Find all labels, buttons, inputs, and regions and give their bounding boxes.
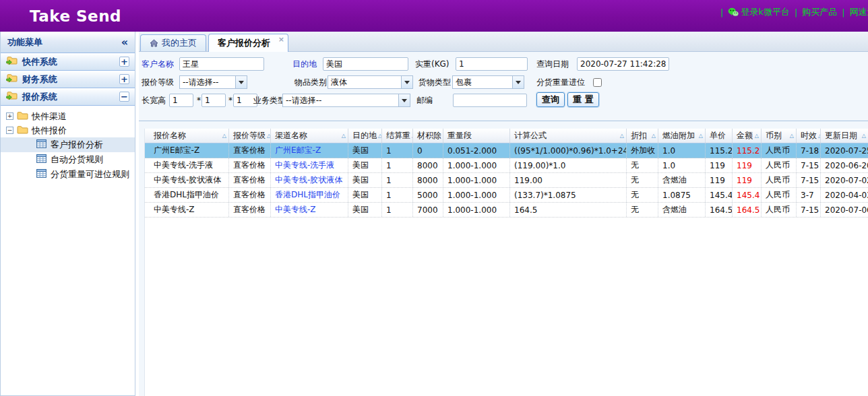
actual-weight-field[interactable] (456, 57, 528, 71)
column-header-9[interactable]: 折扣△ (627, 129, 658, 143)
table-row-5[interactable]: 中美专线-Z直客价格中美专线-Z美国170001.000-1.000164.5无… (145, 203, 868, 218)
table-cell: 1.000-1.000 (443, 203, 510, 217)
column-header-label: 金额 (737, 130, 753, 141)
sidebar-section-1[interactable]: 快件系统+ (1, 53, 135, 71)
actual-weight-label: 实重(KG) (415, 57, 450, 71)
table-cell: 164.5 (510, 203, 627, 217)
column-header-12[interactable]: 金额△ (733, 129, 762, 143)
tab-2[interactable]: 客户报价分析× (208, 34, 288, 52)
business-type-select[interactable]: --请选择-- (282, 94, 410, 107)
dim-length-field[interactable] (169, 94, 193, 107)
customer-name-field[interactable] (179, 57, 264, 71)
top-link-1[interactable]: 登录k微平台 (728, 6, 790, 18)
wechat-icon (728, 7, 739, 17)
separator: | (720, 7, 723, 18)
tree-expand-icon[interactable]: + (6, 112, 13, 120)
quote-grade-value: --请选择-- (180, 77, 235, 88)
column-header-4[interactable]: 目的地△ (348, 129, 382, 143)
tab-1[interactable]: 我的主页 (140, 34, 206, 51)
tree-leaf-客户报价分析[interactable]: 客户报价分析 (1, 137, 135, 152)
tree-collapse-icon[interactable]: − (6, 127, 13, 134)
dropdown-arrow-icon[interactable] (401, 76, 412, 88)
sort-icon: △ (790, 133, 794, 139)
brand-logo: Take Send (30, 7, 121, 25)
channel-link-cell[interactable]: 广州E邮宝-Z (271, 143, 348, 158)
column-header-10[interactable]: 燃油附加△ (658, 129, 706, 143)
dim-width-field[interactable] (202, 94, 226, 107)
table-cell: 3-7 (797, 188, 821, 202)
tree-leaf-label: 客户报价分析 (51, 139, 103, 151)
table-cell: 2020-04-03 (821, 188, 868, 202)
search-button[interactable]: 查询 (536, 92, 565, 107)
sidebar-collapse-icon[interactable]: « (121, 38, 128, 47)
table-cell: 外加收 (627, 143, 658, 158)
split-weight-carry-checkbox[interactable] (593, 78, 602, 87)
table-cell: 无 (627, 158, 658, 172)
tab-strip: 我的主页客户报价分析× (139, 32, 868, 52)
sidebar-section-3[interactable]: 报价系统− (1, 88, 135, 106)
zip-field[interactable] (453, 94, 527, 107)
channel-link-cell[interactable]: 中美专线-Z (271, 203, 348, 217)
table-cell: 7-18 (797, 143, 821, 158)
sidebar-section-2[interactable]: 财务系统+ (1, 71, 135, 88)
column-header-15[interactable]: 更新日期△ (821, 129, 868, 143)
table-cell: 0 (413, 143, 443, 158)
column-header-3[interactable]: 渠道名称△ (271, 129, 348, 143)
table-cell: (133.7)*1.0875 (510, 188, 627, 202)
reset-button[interactable]: 重 置 (567, 92, 599, 107)
column-header-7[interactable]: 重量段 (443, 129, 510, 143)
tree-node-2[interactable]: −快件报价 (1, 123, 135, 137)
channel-link-cell[interactable]: 香港DHL指甲油价 (271, 188, 348, 202)
customer-name-label: 客户名称 (142, 57, 174, 71)
sidebar-header: 功能菜单 « (1, 32, 135, 53)
table-cell: 1.0875 (658, 188, 706, 202)
tree-leaf-自动分货规则[interactable]: 自动分货规则 (1, 152, 135, 167)
expand-icon[interactable]: + (119, 74, 129, 84)
close-icon[interactable]: × (278, 36, 284, 43)
quote-grade-select[interactable]: --请选择-- (179, 75, 247, 89)
channel-link-cell[interactable]: 中美专线-洗手液 (271, 158, 348, 172)
zip-label: 邮编 (416, 94, 433, 107)
channel-link-cell[interactable]: 中美专线-胶状液体 (271, 173, 348, 187)
expand-icon[interactable]: + (119, 57, 129, 67)
top-links: |登录k微平台|购买产品|网速测试 (716, 6, 868, 18)
table-cell: 人民币 (762, 188, 797, 202)
grid-icon (36, 169, 46, 180)
tree-leaf-label: 自动分货规则 (51, 154, 103, 166)
column-header-13[interactable]: 币别△ (762, 129, 797, 143)
column-header-label: 计算公式 (514, 130, 547, 141)
column-header-1[interactable]: 报价名称△ (145, 129, 229, 143)
column-header-5[interactable]: 结算重△ (382, 129, 413, 143)
dropdown-arrow-icon[interactable] (512, 76, 524, 88)
destination-field[interactable] (323, 57, 408, 71)
tree-node-1[interactable]: +快件渠道 (1, 109, 135, 123)
column-header-2[interactable]: 报价等级△ (229, 129, 271, 143)
tree-leaf-label: 分货重量可进位规则 (51, 168, 129, 180)
column-header-14[interactable]: 时效△ (797, 129, 821, 143)
dropdown-arrow-icon[interactable] (235, 76, 247, 88)
column-header-6[interactable]: 材积除△ (413, 129, 443, 143)
table-cell: 1 (382, 143, 413, 158)
top-link-3[interactable]: 网速测试 (850, 6, 868, 18)
tree-leaf-分货重量可进位规则[interactable]: 分货重量可进位规则 (1, 167, 135, 182)
table-cell: 无 (627, 188, 658, 202)
cargo-type-select[interactable]: 包裹 (452, 75, 524, 89)
table-row-1[interactable]: 广州E邮宝-Z直客价格广州E邮宝-Z美国100.051-2.000((95*1/… (145, 143, 868, 158)
table-row-2[interactable]: 中美专线-洗手液直客价格中美专线-洗手液美国180001.000-1.000(1… (145, 158, 868, 173)
table-cell: 无 (627, 173, 658, 187)
item-category-select[interactable]: 液体 (328, 75, 413, 89)
column-header-label: 渠道名称 (275, 130, 307, 141)
table-row-3[interactable]: 中美专线-胶状液体直客价格中美专线-胶状液体美国180001.000-1.000… (145, 173, 868, 188)
table-row-4[interactable]: 香港DHL指甲油价直客价格香港DHL指甲油价美国150001.000-1.000… (145, 188, 868, 203)
collapse-icon[interactable]: − (119, 92, 129, 102)
query-date-field[interactable] (577, 57, 669, 71)
top-link-2[interactable]: 购买产品 (802, 6, 837, 18)
table-cell: 119.00 (510, 173, 627, 187)
cargo-type-label: 货物类型 (418, 75, 451, 89)
column-header-11[interactable]: 单价 (706, 129, 733, 143)
dropdown-arrow-icon[interactable] (398, 94, 410, 106)
separator: | (842, 7, 844, 18)
column-header-8[interactable]: 计算公式△ (510, 129, 627, 143)
sidebar-section-label: 报价系统 (22, 91, 115, 103)
table-cell: 164.5 (733, 203, 762, 217)
